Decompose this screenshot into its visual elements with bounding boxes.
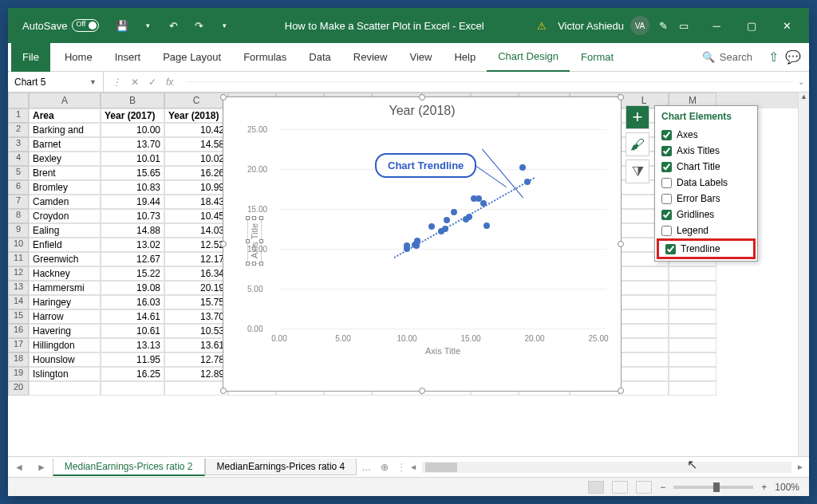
cell[interactable]: Haringey: [29, 295, 101, 309]
page-layout-view-button[interactable]: [612, 481, 628, 494]
select-all-corner[interactable]: [8, 93, 29, 108]
cell[interactable]: 10.45: [164, 209, 228, 223]
cell[interactable]: [669, 295, 716, 309]
normal-view-button[interactable]: [588, 481, 604, 494]
checkbox[interactable]: [661, 194, 672, 204]
cell[interactable]: 10.01: [101, 152, 164, 166]
cell[interactable]: 15.65: [101, 166, 164, 180]
trendline[interactable]: [394, 177, 535, 258]
cell[interactable]: Camden: [29, 195, 101, 209]
cell[interactable]: [669, 352, 716, 367]
avatar[interactable]: VA: [630, 16, 649, 35]
row-header[interactable]: 16: [8, 324, 29, 338]
zoom-level[interactable]: 100%: [775, 482, 799, 493]
new-sheet-icon[interactable]: ⊕: [376, 462, 393, 473]
cell[interactable]: 16.25: [101, 367, 164, 381]
cell[interactable]: 16.03: [101, 295, 164, 309]
cell[interactable]: 18.43: [164, 195, 228, 209]
scroll-up-icon[interactable]: ▲: [799, 93, 809, 104]
row-header[interactable]: 9: [8, 223, 29, 238]
cell[interactable]: 13.70: [164, 309, 228, 324]
cell[interactable]: 12.52: [164, 238, 228, 252]
row-header[interactable]: 18: [8, 352, 29, 367]
next-sheet-icon[interactable]: ►: [30, 462, 53, 473]
cell[interactable]: [619, 367, 669, 381]
cell[interactable]: 12.17: [164, 252, 228, 266]
name-box[interactable]: Chart 5▼: [8, 72, 104, 92]
cell[interactable]: Islington: [29, 367, 101, 381]
col-header[interactable]: B: [101, 93, 164, 108]
cell[interactable]: [669, 324, 716, 338]
namebox-more-icon[interactable]: ⋮: [112, 77, 121, 88]
enter-icon[interactable]: ✓: [148, 77, 156, 88]
chevron-down-icon[interactable]: ▼: [89, 78, 97, 86]
comments-icon[interactable]: 💬: [785, 49, 801, 65]
tab-page-layout[interactable]: Page Layout: [152, 43, 232, 72]
cell[interactable]: Hillingdon: [29, 338, 101, 352]
cell[interactable]: 12.89: [164, 367, 228, 381]
cell[interactable]: Enfield: [29, 238, 101, 252]
chart-element-item[interactable]: Error Bars: [655, 191, 757, 207]
more-sheets-icon[interactable]: …: [357, 462, 376, 473]
search-box[interactable]: 🔍 Search: [694, 51, 760, 63]
cell[interactable]: Bexley: [29, 152, 101, 166]
autosave-toggle[interactable]: AutoSave Off: [22, 19, 99, 32]
data-point[interactable]: [519, 164, 526, 171]
tab-view[interactable]: View: [398, 43, 443, 72]
tab-chart-design[interactable]: Chart Design: [487, 43, 570, 72]
spreadsheet-grid[interactable]: ABCDEFGHIJKLM 12345678910111213141516171…: [8, 93, 809, 456]
cell[interactable]: 10.53: [164, 324, 228, 338]
share-icon[interactable]: ⇧: [768, 49, 779, 65]
vertical-scrollbar[interactable]: ▲: [798, 93, 809, 456]
sheet-tab[interactable]: MedianEarnings-Prices ratio 4: [205, 459, 357, 475]
close-button[interactable]: ✕: [771, 14, 803, 37]
row-header[interactable]: 17: [8, 338, 29, 352]
chart-element-item[interactable]: Trendline: [657, 238, 756, 259]
cell[interactable]: [619, 381, 669, 396]
cell[interactable]: [619, 324, 669, 338]
tab-help[interactable]: Help: [443, 43, 487, 72]
cell[interactable]: Barnet: [29, 137, 101, 152]
cell[interactable]: 14.61: [101, 309, 164, 324]
row-header[interactable]: 15: [8, 309, 29, 324]
cell[interactable]: 14.88: [101, 223, 164, 238]
row-header[interactable]: 20: [8, 381, 29, 396]
cell[interactable]: 15.75: [164, 295, 228, 309]
ribbon-display-icon[interactable]: ▭: [677, 18, 691, 33]
row-header[interactable]: 4: [8, 152, 29, 166]
row-header[interactable]: 1: [8, 108, 29, 123]
data-point[interactable]: [451, 209, 457, 215]
cell[interactable]: Area: [29, 108, 101, 123]
checkbox[interactable]: [661, 178, 672, 188]
cell[interactable]: 13.13: [101, 338, 164, 352]
checkbox[interactable]: [661, 226, 672, 236]
cell[interactable]: [669, 309, 716, 324]
checkbox[interactable]: [661, 210, 672, 220]
tab-review[interactable]: Review: [342, 43, 399, 72]
chart-title[interactable]: Year (2018): [223, 97, 621, 121]
chart-element-item[interactable]: Axes: [655, 127, 757, 143]
row-header[interactable]: 12: [8, 266, 29, 281]
cell[interactable]: 16.34: [164, 266, 228, 281]
cell[interactable]: 20.19: [164, 281, 228, 295]
cell[interactable]: 10.73: [101, 209, 164, 223]
row-header[interactable]: 5: [8, 166, 29, 180]
cell[interactable]: 11.95: [101, 352, 164, 367]
cell[interactable]: [669, 338, 716, 352]
undo-icon[interactable]: ↶: [166, 18, 180, 33]
cell[interactable]: Hackney: [29, 266, 101, 281]
user-name[interactable]: Victor Ashiedu: [558, 20, 624, 32]
cell[interactable]: [29, 381, 101, 396]
row-header[interactable]: 7: [8, 195, 29, 209]
chart-styles-button[interactable]: 🖌: [626, 132, 649, 156]
chart-element-item[interactable]: Axis Titles: [655, 143, 757, 159]
cell[interactable]: 12.67: [101, 252, 164, 266]
cell[interactable]: 19.08: [101, 281, 164, 295]
cell[interactable]: 13.70: [101, 137, 164, 152]
data-point[interactable]: [483, 222, 490, 229]
cell[interactable]: 13.02: [101, 238, 164, 252]
zoom-slider[interactable]: [673, 486, 753, 489]
chart-object[interactable]: Year (2018) Axis Title Axis Title 0.005.…: [223, 96, 622, 392]
cell[interactable]: Croydon: [29, 209, 101, 223]
cell[interactable]: Hammersmi: [29, 281, 101, 295]
